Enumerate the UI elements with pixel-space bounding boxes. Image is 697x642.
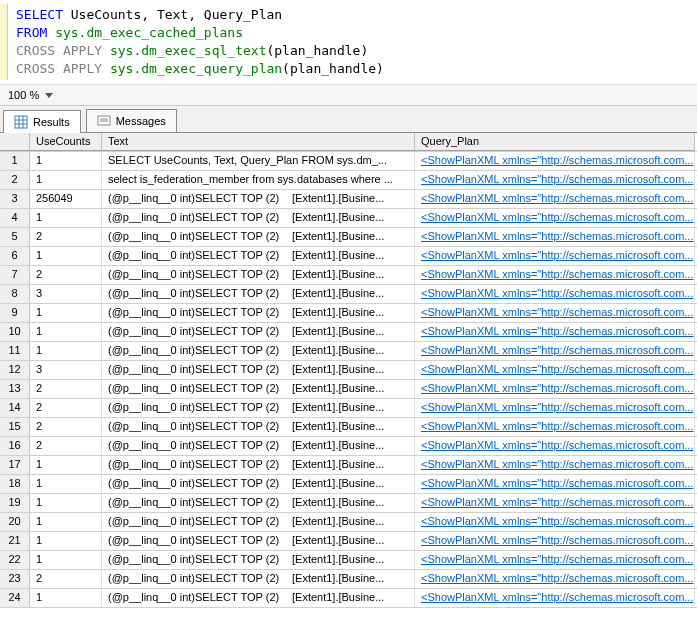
sql-editor[interactable]: SELECT UseCounts, Text, Query_Plan FROM …: [0, 0, 697, 85]
cell-text[interactable]: SELECT UseCounts, Text, Query_Plan FROM …: [102, 152, 415, 170]
row-number[interactable]: 7: [0, 266, 30, 284]
row-number[interactable]: 15: [0, 418, 30, 436]
cell-usecounts[interactable]: 2: [30, 418, 102, 436]
cell-usecounts[interactable]: 1: [30, 551, 102, 569]
cell-queryplan-link[interactable]: <ShowPlanXML xmlns="http://schemas.micro…: [415, 494, 695, 512]
cell-usecounts[interactable]: 2: [30, 437, 102, 455]
table-row[interactable]: 181(@p__linq__0 int)SELECT TOP (2)[Exten…: [0, 475, 697, 494]
cell-usecounts[interactable]: 1: [30, 494, 102, 512]
header-usecounts[interactable]: UseCounts: [30, 133, 102, 151]
cell-text[interactable]: (@p__linq__0 int)SELECT TOP (2)[Extent1]…: [102, 551, 415, 569]
cell-queryplan-link[interactable]: <ShowPlanXML xmlns="http://schemas.micro…: [415, 266, 695, 284]
cell-usecounts[interactable]: 1: [30, 342, 102, 360]
row-number[interactable]: 17: [0, 456, 30, 474]
table-row[interactable]: 211(@p__linq__0 int)SELECT TOP (2)[Exten…: [0, 532, 697, 551]
cell-queryplan-link[interactable]: <ShowPlanXML xmlns="http://schemas.micro…: [415, 399, 695, 417]
cell-text[interactable]: (@p__linq__0 int)SELECT TOP (2)[Extent1]…: [102, 228, 415, 246]
row-number[interactable]: 5: [0, 228, 30, 246]
row-number[interactable]: 22: [0, 551, 30, 569]
header-rownum[interactable]: [0, 133, 30, 151]
cell-queryplan-link[interactable]: <ShowPlanXML xmlns="http://schemas.micro…: [415, 228, 695, 246]
row-number[interactable]: 18: [0, 475, 30, 493]
cell-usecounts[interactable]: 1: [30, 589, 102, 607]
table-row[interactable]: 171(@p__linq__0 int)SELECT TOP (2)[Exten…: [0, 456, 697, 475]
cell-usecounts[interactable]: 1: [30, 475, 102, 493]
table-row[interactable]: 232(@p__linq__0 int)SELECT TOP (2)[Exten…: [0, 570, 697, 589]
row-number[interactable]: 11: [0, 342, 30, 360]
table-row[interactable]: 221(@p__linq__0 int)SELECT TOP (2)[Exten…: [0, 551, 697, 570]
table-row[interactable]: 123(@p__linq__0 int)SELECT TOP (2)[Exten…: [0, 361, 697, 380]
table-row[interactable]: 191(@p__linq__0 int)SELECT TOP (2)[Exten…: [0, 494, 697, 513]
results-grid[interactable]: UseCounts Text Query_Plan 11SELECT UseCo…: [0, 133, 697, 625]
cell-usecounts[interactable]: 1: [30, 152, 102, 170]
cell-queryplan-link[interactable]: <ShowPlanXML xmlns="http://schemas.micro…: [415, 418, 695, 436]
cell-queryplan-link[interactable]: <ShowPlanXML xmlns="http://schemas.micro…: [415, 532, 695, 550]
cell-usecounts[interactable]: 256049: [30, 190, 102, 208]
cell-queryplan-link[interactable]: <ShowPlanXML xmlns="http://schemas.micro…: [415, 247, 695, 265]
table-row[interactable]: 21select is_federation_member from sys.d…: [0, 171, 697, 190]
table-row[interactable]: 72(@p__linq__0 int)SELECT TOP (2)[Extent…: [0, 266, 697, 285]
cell-queryplan-link[interactable]: <ShowPlanXML xmlns="http://schemas.micro…: [415, 551, 695, 569]
cell-queryplan-link[interactable]: <ShowPlanXML xmlns="http://schemas.micro…: [415, 171, 695, 189]
cell-usecounts[interactable]: 1: [30, 513, 102, 531]
table-row[interactable]: 132(@p__linq__0 int)SELECT TOP (2)[Exten…: [0, 380, 697, 399]
row-number[interactable]: 23: [0, 570, 30, 588]
cell-text[interactable]: (@p__linq__0 int)SELECT TOP (2)[Extent1]…: [102, 380, 415, 398]
cell-text[interactable]: (@p__linq__0 int)SELECT TOP (2)[Extent1]…: [102, 323, 415, 341]
cell-queryplan-link[interactable]: <ShowPlanXML xmlns="http://schemas.micro…: [415, 513, 695, 531]
cell-text[interactable]: (@p__linq__0 int)SELECT TOP (2)[Extent1]…: [102, 285, 415, 303]
tab-messages[interactable]: Messages: [86, 109, 177, 132]
cell-usecounts[interactable]: 2: [30, 399, 102, 417]
cell-queryplan-link[interactable]: <ShowPlanXML xmlns="http://schemas.micro…: [415, 437, 695, 455]
cell-queryplan-link[interactable]: <ShowPlanXML xmlns="http://schemas.micro…: [415, 342, 695, 360]
cell-usecounts[interactable]: 1: [30, 532, 102, 550]
tab-results[interactable]: Results: [3, 110, 81, 133]
row-number[interactable]: 9: [0, 304, 30, 322]
cell-queryplan-link[interactable]: <ShowPlanXML xmlns="http://schemas.micro…: [415, 323, 695, 341]
table-row[interactable]: 201(@p__linq__0 int)SELECT TOP (2)[Exten…: [0, 513, 697, 532]
cell-text[interactable]: (@p__linq__0 int)SELECT TOP (2)[Extent1]…: [102, 532, 415, 550]
cell-queryplan-link[interactable]: <ShowPlanXML xmlns="http://schemas.micro…: [415, 304, 695, 322]
cell-text[interactable]: (@p__linq__0 int)SELECT TOP (2)[Extent1]…: [102, 247, 415, 265]
cell-text[interactable]: (@p__linq__0 int)SELECT TOP (2)[Extent1]…: [102, 209, 415, 227]
cell-usecounts[interactable]: 1: [30, 247, 102, 265]
row-number[interactable]: 13: [0, 380, 30, 398]
cell-queryplan-link[interactable]: <ShowPlanXML xmlns="http://schemas.micro…: [415, 475, 695, 493]
row-number[interactable]: 2: [0, 171, 30, 189]
cell-text[interactable]: (@p__linq__0 int)SELECT TOP (2)[Extent1]…: [102, 570, 415, 588]
cell-usecounts[interactable]: 1: [30, 209, 102, 227]
cell-queryplan-link[interactable]: <ShowPlanXML xmlns="http://schemas.micro…: [415, 589, 695, 607]
header-text[interactable]: Text: [102, 133, 415, 151]
row-number[interactable]: 19: [0, 494, 30, 512]
cell-text[interactable]: (@p__linq__0 int)SELECT TOP (2)[Extent1]…: [102, 304, 415, 322]
table-row[interactable]: 142(@p__linq__0 int)SELECT TOP (2)[Exten…: [0, 399, 697, 418]
cell-queryplan-link[interactable]: <ShowPlanXML xmlns="http://schemas.micro…: [415, 209, 695, 227]
cell-text[interactable]: (@p__linq__0 int)SELECT TOP (2)[Extent1]…: [102, 361, 415, 379]
cell-usecounts[interactable]: 2: [30, 380, 102, 398]
row-number[interactable]: 12: [0, 361, 30, 379]
cell-text[interactable]: (@p__linq__0 int)SELECT TOP (2)[Extent1]…: [102, 513, 415, 531]
cell-queryplan-link[interactable]: <ShowPlanXML xmlns="http://schemas.micro…: [415, 380, 695, 398]
table-row[interactable]: 91(@p__linq__0 int)SELECT TOP (2)[Extent…: [0, 304, 697, 323]
row-number[interactable]: 21: [0, 532, 30, 550]
cell-text[interactable]: select is_federation_member from sys.dat…: [102, 171, 415, 189]
sql-text[interactable]: SELECT UseCounts, Text, Query_Plan FROM …: [8, 4, 392, 80]
cell-queryplan-link[interactable]: <ShowPlanXML xmlns="http://schemas.micro…: [415, 190, 695, 208]
table-row[interactable]: 241(@p__linq__0 int)SELECT TOP (2)[Exten…: [0, 589, 697, 608]
cell-text[interactable]: (@p__linq__0 int)SELECT TOP (2)[Extent1]…: [102, 475, 415, 493]
cell-text[interactable]: (@p__linq__0 int)SELECT TOP (2)[Extent1]…: [102, 589, 415, 607]
cell-text[interactable]: (@p__linq__0 int)SELECT TOP (2)[Extent1]…: [102, 456, 415, 474]
table-row[interactable]: 111(@p__linq__0 int)SELECT TOP (2)[Exten…: [0, 342, 697, 361]
cell-usecounts[interactable]: 1: [30, 456, 102, 474]
row-number[interactable]: 16: [0, 437, 30, 455]
table-row[interactable]: 41(@p__linq__0 int)SELECT TOP (2)[Extent…: [0, 209, 697, 228]
cell-text[interactable]: (@p__linq__0 int)SELECT TOP (2)[Extent1]…: [102, 494, 415, 512]
cell-usecounts[interactable]: 3: [30, 285, 102, 303]
cell-usecounts[interactable]: 1: [30, 171, 102, 189]
row-number[interactable]: 14: [0, 399, 30, 417]
table-row[interactable]: 3256049(@p__linq__0 int)SELECT TOP (2)[E…: [0, 190, 697, 209]
table-row[interactable]: 83(@p__linq__0 int)SELECT TOP (2)[Extent…: [0, 285, 697, 304]
row-number[interactable]: 1: [0, 152, 30, 170]
cell-usecounts[interactable]: 2: [30, 228, 102, 246]
row-number[interactable]: 24: [0, 589, 30, 607]
